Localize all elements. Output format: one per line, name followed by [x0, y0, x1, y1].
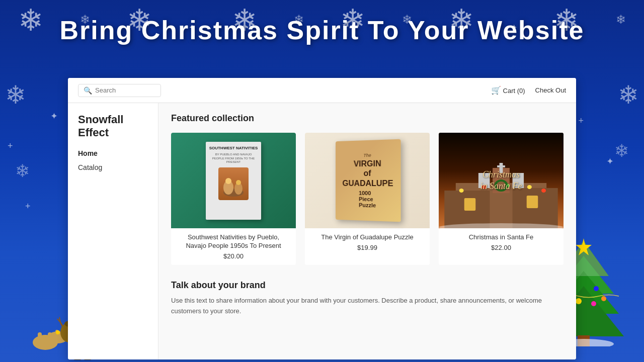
product-image-3: Christmasin Santa Fe — [439, 133, 564, 228]
svg-point-15 — [56, 330, 60, 334]
product-card-1[interactable]: SOUTHWEST NATIVITIES BY PUEBLO AND NAVAJ… — [171, 133, 296, 265]
svg-rect-1 — [38, 332, 42, 347]
svg-rect-76 — [497, 165, 505, 167]
brand-section: Talk about your brand Use this text to s… — [171, 280, 564, 317]
store-content: Snowfall Effect Home Catalog Featured co… — [68, 103, 576, 359]
puzzle-box: The VIRGINofGUADALUPE 1000PiecePuzzle — [336, 139, 401, 222]
santafe-text: Christmasin Santa Fe — [480, 169, 522, 193]
deco-snowflake-right-1: ❄ — [618, 80, 639, 110]
svg-point-81 — [459, 189, 464, 193]
svg-point-69 — [236, 180, 241, 185]
svg-rect-80 — [527, 196, 538, 208]
cart-label: Cart (0) — [503, 87, 525, 95]
brand-description: Use this text to share information about… — [171, 296, 564, 317]
checkout-link[interactable]: Check Out — [535, 86, 566, 94]
product-info-2: The Virgin of Guadalupe Puzzle $19.99 — [305, 228, 430, 256]
product-card-3[interactable]: Christmasin Santa Fe Christmas in Santa … — [439, 133, 564, 265]
book-title-text: SOUTHWEST NATIVITIES — [209, 146, 258, 151]
store-header: 🔍 🛒 Cart (0) Check Out — [68, 78, 576, 103]
product-image-1: SOUTHWEST NATIVITIES BY PUEBLO AND NAVAJ… — [171, 133, 296, 228]
product-name-2: The Virgin of Guadalupe Puzzle — [311, 233, 424, 242]
santafe-building: Christmasin Santa Fe — [439, 133, 564, 228]
svg-point-48 — [591, 301, 596, 306]
svg-point-47 — [576, 298, 582, 304]
cart-icon: 🛒 — [491, 86, 501, 95]
product-name-1: Southwest Nativities by Pueblo, Navajo P… — [177, 233, 290, 250]
store-container: 🔍 🛒 Cart (0) Check Out Snowfall Effect H… — [68, 78, 576, 359]
store-main: Featured collection SOUTHWEST NATIVITIES… — [158, 103, 576, 359]
svg-rect-79 — [464, 198, 476, 211]
book-illustration — [218, 167, 249, 200]
product-price-1: $20.00 — [177, 252, 290, 260]
svg-point-84 — [527, 185, 532, 189]
deco-snowflake-right-2: ❄ — [614, 141, 629, 161]
product-image-2: The VIRGINofGUADALUPE 1000PiecePuzzle — [305, 133, 430, 228]
store-title: Snowfall Effect — [78, 113, 148, 139]
svg-point-85 — [541, 189, 546, 193]
deco-snowflake-left-1: ❄ — [5, 80, 26, 110]
product-grid: SOUTHWEST NATIVITIES BY PUEBLO AND NAVAJ… — [171, 133, 564, 265]
svg-point-46 — [594, 286, 599, 291]
search-icon: 🔍 — [84, 86, 92, 95]
header-right: 🛒 Cart (0) Check Out — [491, 85, 566, 95]
product-card-2[interactable]: The VIRGINofGUADALUPE 1000PiecePuzzle Th… — [305, 133, 430, 265]
store-sidebar: Snowfall Effect Home Catalog — [68, 103, 158, 359]
search-area[interactable]: 🔍 — [78, 84, 161, 97]
main-headline: Bring Christmas Spirit To Your Website — [0, 15, 644, 45]
brand-title: Talk about your brand — [171, 280, 564, 291]
product-info-3: Christmas in Santa Fe $22.00 — [439, 228, 564, 256]
product-info-1: Southwest Nativities by Pueblo, Navajo P… — [171, 228, 296, 265]
svg-point-68 — [225, 178, 231, 184]
nav-catalog[interactable]: Catalog — [78, 163, 148, 171]
nav-home[interactable]: Home — [78, 149, 148, 157]
cart-link[interactable]: 🛒 Cart (0) — [491, 85, 525, 95]
book-cover: SOUTHWEST NATIVITIES BY PUEBLO AND NAVAJ… — [206, 142, 261, 220]
deco-snowflake-left-2: ❄ — [15, 161, 30, 181]
product-price-3: $22.00 — [445, 244, 557, 251]
search-input[interactable] — [95, 86, 155, 94]
product-price-2: $19.99 — [311, 244, 424, 251]
featured-collection-title: Featured collection — [171, 113, 564, 124]
svg-point-50 — [601, 296, 606, 301]
product-name-3: Christmas in Santa Fe — [445, 233, 557, 242]
